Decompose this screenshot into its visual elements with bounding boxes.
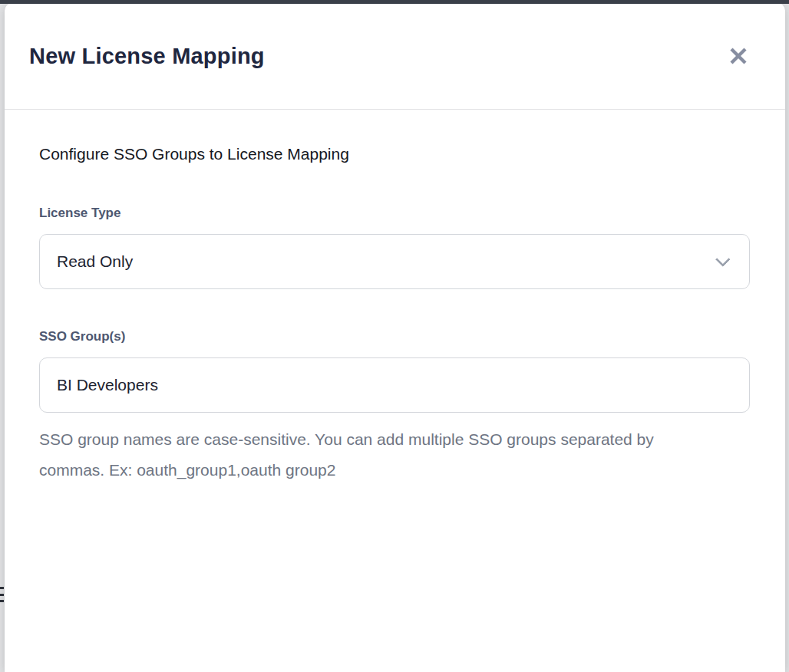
chevron-down-icon (715, 252, 731, 267)
modal-body: Configure SSO Groups to License Mapping … (5, 110, 785, 486)
page-title: New License Mapping (29, 44, 265, 69)
close-icon (728, 46, 748, 66)
window-top-edge (0, 0, 789, 4)
sso-groups-label: SSO Group(s) (39, 329, 750, 344)
sso-groups-hint: SSO group names are case-sensitive. You … (39, 424, 684, 486)
close-button[interactable] (724, 41, 753, 71)
license-type-select[interactable]: Read Only (39, 234, 750, 289)
modal-header: New License Mapping (5, 3, 785, 110)
clipped-menu-icon (0, 585, 4, 604)
license-type-selected-value: Read Only (57, 252, 133, 271)
sso-groups-input[interactable] (39, 357, 750, 413)
modal-description: Configure SSO Groups to License Mapping (39, 145, 750, 163)
new-license-mapping-modal: New License Mapping Configure SSO Groups… (5, 3, 785, 672)
license-type-label: License Type (39, 206, 750, 221)
